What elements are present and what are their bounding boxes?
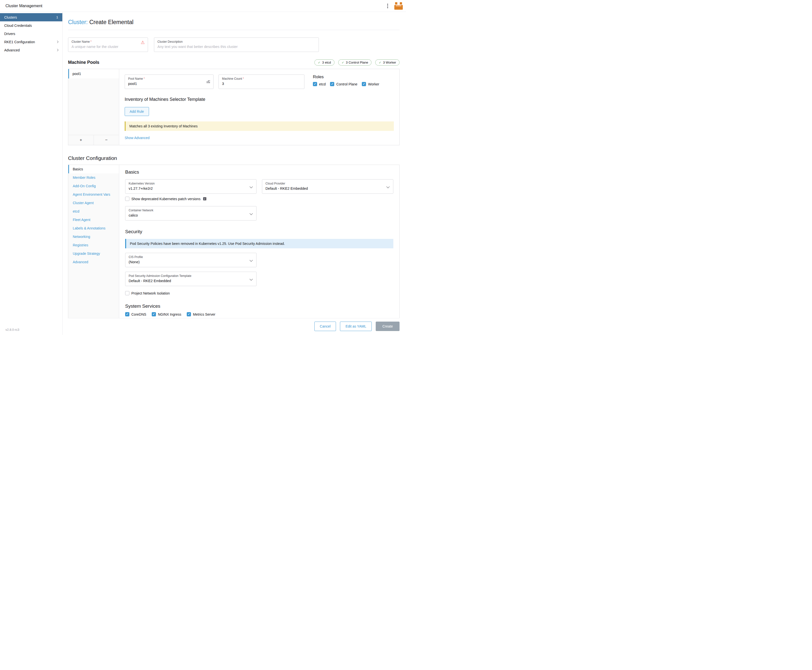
title-divider: [68, 30, 399, 30]
psa-template-select[interactable]: Pod Security Admission Configuration Tem…: [125, 272, 257, 286]
sidebar-item-rke1-configuration[interactable]: RKE1 Configuration: [0, 38, 62, 46]
inventory-selector-heading: Inventory of Machines Selector Template: [125, 97, 394, 102]
clusters-count-badge: 1: [56, 15, 58, 19]
cis-profile-select[interactable]: CIS Profile (None): [125, 253, 257, 267]
check-icon: [318, 61, 320, 64]
config-tab-add-on-config[interactable]: Add-On Config: [68, 182, 119, 190]
security-heading: Security: [125, 229, 393, 234]
sidebar-item-advanced[interactable]: Advanced: [0, 46, 62, 54]
machine-pools-heading: Machine Pools: [68, 60, 99, 65]
main-content: Cluster: Create Elemental Cluster Name A…: [63, 12, 406, 335]
checkbox-unchecked-icon: [125, 197, 129, 201]
cluster-name-label: Cluster Name: [71, 40, 144, 44]
show-advanced-link[interactable]: Show Advanced: [125, 136, 149, 140]
checkbox-checked-icon: [187, 312, 191, 316]
sidebar-item-drivers[interactable]: Drivers: [0, 30, 62, 38]
remove-pool-button[interactable]: −: [94, 135, 119, 145]
sidebar: Clusters 1 Cloud Credentials Drivers RKE…: [0, 12, 63, 335]
pool-tabs-panel: pool1 + −: [68, 69, 119, 145]
config-tabs-panel: Basics Member Roles Add-On Config Agent …: [68, 165, 119, 322]
cluster-name-placeholder: A unique name for the cluster: [71, 45, 144, 49]
etcd-count-badge: 3 etcd: [315, 59, 334, 66]
cloud-provider-select[interactable]: Cloud Provider Default - RKE2 Embedded: [262, 179, 393, 194]
service-coredns-checkbox[interactable]: CoreDNS: [125, 312, 146, 316]
config-tab-advanced[interactable]: Advanced: [68, 258, 119, 266]
config-tab-labels-annotations[interactable]: Labels & Annotations: [68, 224, 119, 232]
cluster-configuration-card: Basics Member Roles Add-On Config Agent …: [68, 165, 399, 323]
config-tab-member-roles[interactable]: Member Roles: [68, 173, 119, 182]
sidebar-item-label: Drivers: [4, 32, 15, 36]
cluster-description-placeholder: Any text you want that better describes …: [157, 45, 315, 49]
sidebar-item-label: Cloud Credentials: [4, 24, 32, 27]
roles-block: Roles etcd Control Plane: [310, 74, 394, 89]
config-tab-agent-environment-vars[interactable]: Agent Environment Vars: [68, 190, 119, 199]
pool-name-field[interactable]: Pool Name pool1: [125, 74, 213, 89]
page-title-name: Create Elemental: [90, 19, 134, 25]
create-button[interactable]: Create: [376, 321, 399, 331]
config-tab-basics[interactable]: Basics: [68, 165, 119, 173]
pool-tabs-filler: [68, 78, 119, 135]
machine-count-label: Machine Count: [222, 77, 301, 80]
kebab-menu-icon[interactable]: [385, 2, 390, 10]
machine-pools-card: pool1 + − Pool Name pool1: [68, 69, 399, 145]
checkbox-checked-icon: [152, 312, 156, 316]
container-network-select[interactable]: Container Network calico: [125, 206, 257, 220]
control-plane-count-badge: 3 Control Plane: [338, 59, 372, 66]
project-network-isolation-checkbox[interactable]: Project Network Isolation: [125, 291, 170, 295]
basics-heading: Basics: [125, 169, 393, 175]
machine-count-field[interactable]: Machine Count 3: [218, 74, 304, 89]
footer-action-bar: Cancel Edit as YAML Create: [68, 318, 399, 335]
machine-count-value: 3: [222, 82, 301, 86]
config-tab-cluster-agent[interactable]: Cluster Agent: [68, 199, 119, 207]
pod-security-notice-banner: Pod Security Policies have been removed …: [125, 239, 393, 248]
checkbox-checked-icon: [330, 82, 334, 86]
system-services-heading: System Services: [125, 303, 393, 309]
checkbox-checked-icon: [362, 82, 366, 86]
role-worker-checkbox[interactable]: Worker: [362, 82, 379, 86]
add-pool-button[interactable]: +: [68, 135, 94, 145]
worker-count-badge: 3 Worker: [375, 59, 399, 66]
show-deprecated-versions-checkbox[interactable]: Show deprecated Kubernetes patch version…: [125, 197, 206, 201]
cluster-name-field[interactable]: Cluster Name A unique name for the clust…: [68, 37, 148, 52]
pool-tab-pool1[interactable]: pool1: [68, 69, 119, 78]
check-icon: [342, 61, 344, 64]
pool-name-label: Pool Name: [128, 77, 210, 80]
pool-name-value: pool1: [128, 82, 210, 86]
role-etcd-checkbox[interactable]: etcd: [313, 82, 326, 86]
config-tab-upgrade-strategy[interactable]: Upgrade Strategy: [68, 249, 119, 258]
cluster-description-label: Cluster Description: [157, 40, 315, 44]
service-nginx-ingress-checkbox[interactable]: NGINX Ingress: [152, 312, 181, 316]
chevron-right-icon: [56, 49, 59, 51]
generate-name-icon[interactable]: [206, 80, 210, 85]
role-control-plane-checkbox[interactable]: Control Plane: [330, 82, 357, 86]
config-tab-networking[interactable]: Networking: [68, 232, 119, 241]
config-tab-fleet-agent[interactable]: Fleet Agent: [68, 216, 119, 224]
check-icon: [379, 61, 381, 64]
checkbox-checked-icon: [313, 82, 317, 86]
sidebar-item-cloud-credentials[interactable]: Cloud Credentials: [0, 21, 62, 30]
config-tab-etcd[interactable]: etcd: [68, 207, 119, 216]
cancel-button[interactable]: Cancel: [315, 321, 336, 331]
top-bar: Cluster Management: [0, 0, 406, 12]
sidebar-item-clusters[interactable]: Clusters 1: [0, 13, 62, 21]
page-title-prefix: Cluster:: [68, 19, 88, 25]
chevron-right-icon: [56, 41, 59, 43]
kubernetes-version-select[interactable]: Kubernetes Version v1.27.7+rke2r2: [125, 179, 257, 194]
edit-as-yaml-button[interactable]: Edit as YAML: [340, 321, 372, 331]
cluster-configuration-heading: Cluster Configuration: [68, 155, 399, 161]
add-rule-button[interactable]: Add Rule: [125, 107, 149, 116]
app-title: Cluster Management: [5, 4, 42, 8]
checkbox-unchecked-icon: [125, 291, 129, 295]
sidebar-item-label: Advanced: [4, 48, 20, 52]
checkbox-checked-icon: [125, 312, 129, 316]
config-tab-registries[interactable]: Registries: [68, 241, 119, 249]
sidebar-item-label: Clusters: [4, 15, 17, 19]
info-icon: [203, 197, 206, 200]
brand-logo-icon[interactable]: [394, 2, 403, 10]
service-metrics-server-checkbox[interactable]: Metrics Server: [187, 312, 215, 316]
page-title: Cluster: Create Elemental: [68, 19, 399, 25]
roles-heading: Roles: [313, 74, 394, 80]
version-label: v2.8.0-rc3: [5, 328, 19, 332]
cluster-description-field[interactable]: Cluster Description Any text you want th…: [154, 37, 319, 52]
matches-banner: Matches all 3 existing Inventory of Mach…: [125, 122, 394, 131]
